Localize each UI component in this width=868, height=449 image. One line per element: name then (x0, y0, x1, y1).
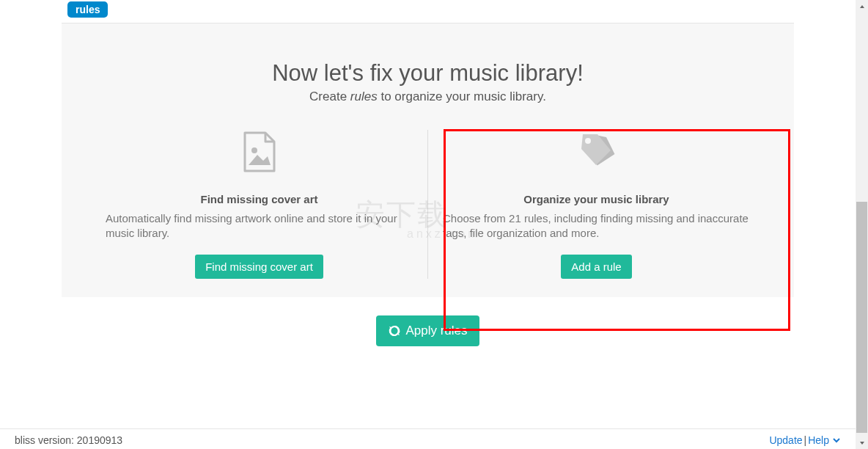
refresh-icon (388, 324, 401, 337)
scrollbar-down-arrow[interactable] (856, 437, 868, 449)
col-organize: Organize your music library Choose from … (428, 130, 765, 279)
find-cover-art-button[interactable]: Find missing cover art (195, 255, 323, 279)
scrollbar-up-arrow[interactable] (856, 0, 868, 12)
chevron-down-icon[interactable] (832, 436, 841, 445)
help-link[interactable]: Help (808, 434, 829, 446)
col-coverart: Find missing cover art Automatically fin… (91, 130, 427, 279)
version-text: bliss version: 20190913 (15, 434, 122, 446)
footer-separator: | (804, 434, 807, 446)
image-icon (106, 130, 413, 174)
apply-rules-button[interactable]: Apply rules (376, 315, 479, 346)
scrollbar[interactable] (856, 0, 868, 449)
organize-desc: Choose from 21 rules, including finding … (443, 211, 750, 241)
scrollbar-thumb[interactable] (856, 202, 867, 433)
tab-rules[interactable]: rules (67, 1, 108, 18)
svg-point-1 (585, 138, 591, 144)
tags-icon (443, 130, 750, 174)
main-panel: Now let's fix your music library! Create… (62, 23, 794, 297)
update-link[interactable]: Update (769, 434, 802, 446)
organize-title: Organize your music library (443, 193, 750, 205)
coverart-desc: Automatically find missing artwork onlin… (106, 211, 413, 241)
footer: bliss version: 20190913 Update | Help (0, 428, 856, 449)
svg-point-0 (251, 147, 257, 153)
add-rule-button[interactable]: Add a rule (561, 255, 631, 279)
page-heading: Now let's fix your music library! (62, 60, 794, 87)
coverart-title: Find missing cover art (106, 193, 413, 205)
page-subheading: Create rules to organize your music libr… (62, 90, 794, 104)
